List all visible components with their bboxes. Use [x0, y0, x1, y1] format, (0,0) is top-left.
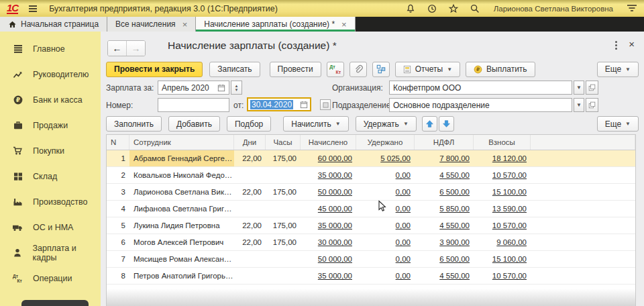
sidebar-item-grid[interactable]: Склад: [0, 164, 101, 189]
column-header-contributions[interactable]: Взносы: [474, 135, 531, 150]
tab-home[interactable]: Начальная страница: [0, 17, 107, 32]
ndfl-link[interactable]: 3 900,00: [439, 238, 470, 246]
accrued-link[interactable]: 60 000,00: [318, 154, 352, 162]
sidebar-item-sections[interactable]: Главное: [0, 36, 101, 62]
contributions-link[interactable]: 10 570,00: [492, 221, 527, 230]
sidebar-item-trend[interactable]: Руководителю: [0, 62, 101, 87]
favorites-icon[interactable]: [448, 3, 459, 14]
accrued-link[interactable]: 35 000,00: [318, 272, 352, 280]
accrued-link[interactable]: 50 000,00: [318, 255, 352, 263]
number-field[interactable]: [158, 98, 229, 112]
withheld-link[interactable]: 0,00: [396, 205, 411, 213]
table-more-button[interactable]: Еще▼: [597, 116, 639, 132]
department-dropdown-button[interactable]: ▼: [574, 98, 584, 112]
add-button[interactable]: Добавить: [168, 116, 220, 132]
sidebar-item-ruble[interactable]: ₽Банк и касса: [0, 87, 101, 113]
accrued-link[interactable]: 35 000,00: [318, 221, 352, 230]
table-row[interactable]: 3 Ларионова Светлана Вик… 22,00 175,00 5…: [107, 184, 635, 201]
forward-icon[interactable]: →: [127, 41, 145, 56]
contributions-link[interactable]: 18 120,00: [492, 154, 527, 162]
column-header-withheld[interactable]: Удержано: [356, 135, 415, 150]
search-icon[interactable]: [470, 3, 480, 14]
withheld-link[interactable]: 5 025,00: [380, 154, 411, 162]
table-row[interactable]: 2 Ковальков Николай Федо… 35 000,00 0,00…: [107, 167, 635, 184]
column-header-ndfl[interactable]: НДФЛ: [415, 135, 474, 150]
accrued-link[interactable]: 50 000,00: [318, 188, 352, 196]
table-row[interactable]: 5 Лукина Лидия Петровна 22,00 175,00 35 …: [107, 217, 635, 234]
sidebar-item-person[interactable]: Зарплата и кадры: [0, 240, 101, 266]
withheld-link[interactable]: 0,00: [396, 221, 411, 230]
notifications-icon[interactable]: [405, 3, 416, 14]
move-up-button[interactable]: [422, 116, 437, 132]
organization-open-button[interactable]: [586, 81, 598, 95]
contributions-link[interactable]: 15 100,00: [492, 255, 527, 263]
main-menu-icon[interactable]: [28, 3, 38, 14]
aux-button[interactable]: [320, 99, 331, 110]
column-header-days[interactable]: Дни: [234, 135, 266, 150]
sidebar-item-factory[interactable]: Производство: [0, 189, 101, 215]
back-icon[interactable]: ←: [108, 41, 127, 56]
tab-all-accruals[interactable]: Все начисления ×: [107, 17, 196, 32]
contributions-link[interactable]: 13 590,00: [492, 205, 527, 213]
sidebar-item-cart[interactable]: Покупки: [0, 138, 101, 164]
withheld-link[interactable]: 0,00: [396, 272, 411, 280]
close-icon[interactable]: ×: [182, 20, 188, 29]
history-icon[interactable]: [427, 3, 437, 14]
ndfl-link[interactable]: 4 550,00: [439, 272, 470, 280]
show-postings-button[interactable]: ДтКт: [327, 62, 344, 77]
ndfl-link[interactable]: 4 550,00: [439, 171, 470, 179]
reports-button[interactable]: Отчеты▼: [395, 62, 460, 77]
window-close-icon[interactable]: ×: [629, 38, 635, 50]
contributions-link[interactable]: 9 060,00: [496, 238, 527, 246]
service-menu-icon[interactable]: [627, 3, 637, 14]
organization-dropdown-button[interactable]: ▼: [574, 81, 584, 95]
post-and-close-button[interactable]: Провести и закрыть: [106, 62, 203, 77]
close-icon[interactable]: ×: [341, 20, 347, 29]
ndfl-link[interactable]: 6 500,00: [439, 255, 470, 263]
calendar-icon[interactable]: [300, 101, 308, 109]
table-row[interactable]: 8 Петров Анатолий Григорь… 35 000,00 0,0…: [107, 268, 635, 285]
move-down-button[interactable]: [439, 116, 454, 132]
salary-period-field[interactable]: Апрель 2020: [158, 81, 229, 95]
column-header-employee[interactable]: Сотрудник: [129, 135, 234, 150]
structure-button[interactable]: [372, 62, 390, 77]
table-row[interactable]: 6 Могов Алексей Петрович 22,00 175,00 30…: [107, 234, 635, 251]
attachments-button[interactable]: [350, 62, 367, 77]
contributions-link[interactable]: 15 100,00: [492, 188, 527, 196]
withhold-button[interactable]: Удержать▼: [356, 116, 417, 132]
current-user[interactable]: Ларионова Светлана Викторовна: [494, 5, 613, 13]
department-open-button[interactable]: [586, 98, 598, 112]
accrued-link[interactable]: 45 000,00: [318, 205, 352, 213]
save-button[interactable]: Записать: [209, 62, 260, 77]
column-header-n[interactable]: N: [107, 135, 129, 150]
accrue-button[interactable]: Начислить▼: [283, 116, 348, 132]
withheld-link[interactable]: 0,00: [396, 171, 411, 179]
column-header-accrued[interactable]: Начислено: [301, 135, 356, 150]
accrued-link[interactable]: 35 000,00: [318, 171, 352, 179]
sidebar-item-briefcase[interactable]: Продажи: [0, 113, 101, 138]
ndfl-link[interactable]: 5 850,00: [439, 205, 470, 213]
sidebar-item-dtkt[interactable]: ДтКтОперации: [0, 266, 101, 291]
withheld-link[interactable]: 0,00: [396, 188, 411, 196]
ndfl-link[interactable]: 6 500,00: [439, 188, 470, 196]
column-header-hours[interactable]: Часы: [266, 135, 301, 150]
table-row[interactable]: 1 Абрамов Геннадий Серге… 22,00 175,00 6…: [107, 150, 635, 167]
tab-salary-accrual[interactable]: Начисление зарплаты (создание) * ×: [196, 17, 355, 32]
pick-button[interactable]: Подбор: [227, 116, 271, 132]
toolbar-more-button[interactable]: Еще▼: [597, 62, 639, 77]
date-field[interactable]: 30.04.2020: [247, 97, 311, 111]
contributions-link[interactable]: 10 570,00: [492, 171, 527, 179]
organization-field[interactable]: Конфетпром ООО: [389, 81, 572, 95]
accrued-link[interactable]: 30 000,00: [318, 238, 352, 246]
calendar-icon[interactable]: [217, 84, 225, 92]
withheld-link[interactable]: 0,00: [396, 238, 411, 246]
department-field[interactable]: Основное подразделение: [389, 98, 572, 112]
withheld-link[interactable]: 0,00: [396, 255, 411, 263]
ndfl-link[interactable]: 4 550,00: [439, 221, 470, 230]
ndfl-link[interactable]: 7 800,00: [439, 154, 470, 162]
fill-button[interactable]: Заполнить: [106, 116, 162, 132]
window-menu-icon[interactable]: [615, 41, 617, 50]
table-row[interactable]: 7 Мясищев Роман Алексан… 50 000,00 0,00 …: [107, 251, 635, 268]
sidebar-item-truck[interactable]: ОС и НМА: [0, 215, 101, 240]
period-stepper[interactable]: ▲▼: [231, 81, 242, 95]
